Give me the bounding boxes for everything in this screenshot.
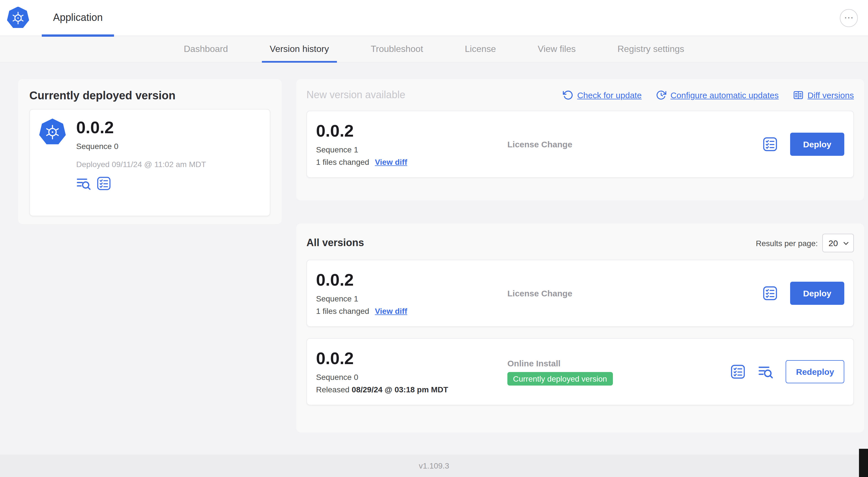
tab-version-history[interactable]: Version history: [253, 36, 346, 62]
version-number: 0.0.2: [316, 350, 507, 367]
new-version-header-actions: Check for update Configure automatic upd…: [548, 90, 854, 100]
results-per-page-label: Results per page:: [756, 239, 818, 247]
results-per-page-value: 20: [829, 238, 838, 248]
deploy-logs-icon-button[interactable]: [758, 364, 773, 379]
version-actions: Redeploy: [731, 360, 844, 383]
scrollbar-thumb[interactable]: [859, 449, 868, 477]
scheduled-update-icon: [656, 90, 666, 100]
check-for-update-link[interactable]: Check for update: [562, 90, 642, 100]
files-changed-row: 1 files changed View diff: [316, 306, 507, 316]
version-row: 0.0.2 Sequence 0 Released08/29/24 @ 03:1…: [306, 338, 854, 405]
tab-dashboard[interactable]: Dashboard: [167, 36, 245, 62]
version-info: 0.0.2 Sequence 1 1 files changed View di…: [316, 122, 507, 167]
released-label: Released: [316, 385, 349, 394]
refresh-icon: [562, 90, 573, 100]
preflight-checks-icon-button[interactable]: [763, 137, 778, 152]
app-icon-kubernetes: [39, 119, 66, 146]
app-window: Application ⋯ Dashboard Version history …: [0, 0, 868, 477]
files-changed-row: 1 files changed View diff: [316, 157, 507, 167]
current-version-actions: [76, 176, 206, 190]
checklist-icon: [96, 176, 111, 190]
currently-deployed-card: 0.0.2 Sequence 0 Deployed 09/11/24 @ 11:…: [29, 109, 270, 216]
configure-automatic-updates-label: Configure automatic updates: [671, 90, 779, 100]
all-versions-title: All versions: [306, 237, 364, 249]
version-row: 0.0.2 Sequence 1 1 files changed View di…: [306, 260, 854, 327]
version-source: Online Install Currently deployed versio…: [507, 358, 731, 385]
version-sequence: Sequence 1: [316, 294, 507, 303]
tab-troubleshoot[interactable]: Troubleshoot: [354, 36, 440, 62]
preflight-checks-icon-button[interactable]: [96, 176, 111, 190]
current-version-info: 0.0.2 Sequence 0 Deployed 09/11/24 @ 11:…: [76, 119, 206, 207]
current-version-sequence: Sequence 0: [76, 141, 206, 150]
main-nav: Dashboard Version history Troubleshoot L…: [0, 36, 868, 63]
checklist-icon: [763, 286, 778, 301]
version-number: 0.0.2: [316, 271, 507, 289]
view-diff-link[interactable]: View diff: [375, 157, 407, 167]
redeploy-button[interactable]: Redeploy: [786, 360, 844, 383]
logs-search-icon: [758, 364, 773, 379]
files-changed-label: 1 files changed: [316, 157, 369, 167]
ellipsis-icon: ⋯: [844, 13, 854, 23]
helm-wheel-icon: [44, 124, 61, 141]
checklist-icon: [763, 137, 778, 152]
files-changed-label: 1 files changed: [316, 306, 369, 316]
version-rows: 0.0.2 Sequence 1 1 files changed View di…: [306, 260, 854, 405]
version-source-label: License Change: [507, 289, 763, 298]
all-versions-panel: All versions Results per page: 20 0.0.2: [296, 223, 864, 433]
version-source: License Change: [507, 140, 763, 149]
top-header: Application ⋯: [0, 0, 868, 36]
version-sequence: Sequence 0: [316, 372, 507, 382]
logs-search-icon: [76, 176, 91, 190]
app-tab-label: Application: [53, 12, 103, 24]
current-version-deployed-at: Deployed 09/11/24 @ 11:02 am MDT: [76, 159, 206, 169]
preflight-checks-icon-button[interactable]: [731, 364, 746, 379]
version-source-label: Online Install: [507, 358, 731, 368]
tab-license[interactable]: License: [448, 36, 513, 62]
released-row: Released08/29/24 @ 03:18 pm MDT: [316, 385, 507, 394]
overflow-menu-button[interactable]: ⋯: [840, 9, 858, 27]
released-date: 08/29/24 @ 03:18 pm MDT: [351, 385, 448, 394]
results-per-page: Results per page: 20: [756, 234, 854, 252]
version-info: 0.0.2 Sequence 0 Released08/29/24 @ 03:1…: [316, 350, 507, 394]
preflight-checks-icon-button[interactable]: [763, 286, 778, 301]
app-tab-application[interactable]: Application: [42, 0, 114, 36]
all-versions-header: All versions Results per page: 20: [306, 234, 854, 252]
current-version-number: 0.0.2: [76, 119, 206, 136]
new-version-card: 0.0.2 Sequence 1 1 files changed View di…: [306, 111, 854, 178]
version-number: 0.0.2: [316, 122, 507, 140]
results-per-page-select[interactable]: 20: [822, 234, 854, 252]
configure-automatic-updates-link[interactable]: Configure automatic updates: [656, 90, 779, 100]
currently-deployed-badge: Currently deployed version: [507, 372, 613, 385]
version-source: License Change: [507, 289, 763, 298]
view-diff-link[interactable]: View diff: [375, 306, 407, 316]
new-version-panel: New version available Check for update: [296, 79, 864, 200]
chevron-down-icon: [843, 241, 849, 245]
diff-table-icon: [793, 90, 803, 100]
tab-registry-settings[interactable]: Registry settings: [600, 36, 701, 62]
version-actions: Deploy: [763, 282, 844, 305]
new-version-title: New version available: [306, 89, 405, 101]
currently-deployed-panel: Currently deployed version: [18, 79, 282, 224]
main-content: Currently deployed version: [0, 63, 868, 454]
diff-versions-label: Diff versions: [807, 90, 854, 100]
deploy-button[interactable]: Deploy: [790, 133, 844, 156]
checklist-icon: [731, 364, 746, 379]
tab-view-files[interactable]: View files: [521, 36, 593, 62]
version-sequence: Sequence 1: [316, 145, 507, 154]
check-for-update-label: Check for update: [577, 90, 642, 100]
helm-wheel-icon: [11, 10, 25, 25]
app-version-label: v1.109.3: [419, 461, 449, 470]
new-version-header: New version available Check for update: [306, 89, 854, 101]
version-source-label: License Change: [507, 140, 763, 149]
app-footer: v1.109.3: [0, 454, 868, 477]
version-info: 0.0.2 Sequence 1 1 files changed View di…: [316, 271, 507, 316]
version-actions: Deploy: [763, 133, 844, 156]
deploy-logs-icon-button[interactable]: [76, 176, 91, 190]
diff-versions-link[interactable]: Diff versions: [793, 90, 854, 100]
deploy-button[interactable]: Deploy: [790, 282, 844, 305]
currently-deployed-title: Currently deployed version: [29, 89, 270, 102]
kubernetes-logo-icon: [7, 6, 29, 29]
